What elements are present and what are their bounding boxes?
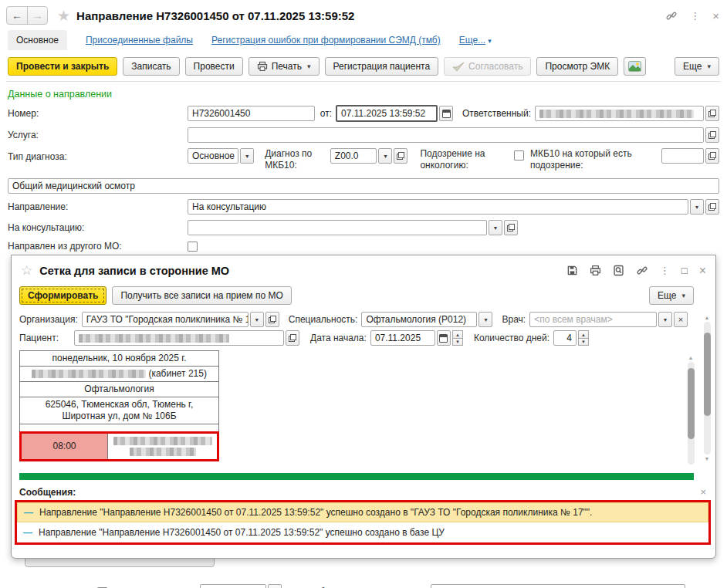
favorite-star-outline-icon[interactable]: ☆ (21, 262, 32, 279)
diagnosis-type-dropdown-button[interactable]: ▾ (240, 148, 254, 164)
chevron-down-icon: ▾ (664, 316, 667, 323)
tab-semd-errors[interactable]: Регистрация ошибок при формировании СЭМД… (211, 35, 441, 46)
doctor-label: Врач: (502, 314, 526, 325)
date-calendar-button[interactable] (439, 106, 453, 121)
patient-open-button[interactable] (286, 330, 299, 346)
notify-date-calendar-button[interactable] (268, 584, 282, 588)
other-mo-checkbox[interactable] (188, 242, 198, 252)
patient-registration-button[interactable]: Регистрация пациента (325, 57, 439, 76)
dialog-more-button[interactable]: Еще▾ (649, 286, 694, 305)
toolbar-more-button[interactable]: Еще▾ (675, 57, 719, 76)
selected-slot[interactable]: 08:00 (19, 431, 219, 461)
window-close-icon[interactable]: × (712, 9, 719, 22)
organization-open-button[interactable] (265, 312, 279, 327)
dialog-close-icon[interactable]: × (699, 264, 706, 278)
chevron-down-icon: ▾ (307, 63, 311, 70)
diagnosis-type-select[interactable]: Основное (188, 148, 238, 164)
chevron-down-icon: ▾ (695, 204, 698, 211)
specialty-dropdown-button[interactable]: ▾ (478, 312, 492, 327)
dialog-scrollbar[interactable]: ▲ ▼ (702, 313, 712, 463)
mkb10-select[interactable]: Z00.0 (330, 148, 377, 164)
save-button[interactable]: Записать (123, 57, 179, 76)
notify-date-input[interactable]: . . (200, 584, 266, 588)
messages-panel: — Направление "Направление Н7326001450 о… (15, 500, 711, 545)
get-link-icon[interactable] (636, 265, 648, 276)
more-menu-icon[interactable]: ⋮ (690, 10, 700, 22)
image-button[interactable] (624, 57, 646, 76)
view-emk-button[interactable]: Просмотр ЭМК (536, 57, 618, 76)
direction-open-button[interactable] (705, 199, 719, 215)
specialty-select[interactable]: Офтальмология (Р012) (361, 312, 477, 327)
date-input[interactable]: 07.11.2025 13:59:52 (336, 105, 438, 122)
direction-dropdown-button[interactable]: ▾ (690, 199, 704, 215)
number-label: Номер: (8, 108, 188, 119)
responsible-input[interactable] (535, 106, 704, 121)
scroll-down-icon[interactable]: ▼ (705, 455, 710, 463)
tab-more[interactable]: Еще...▾ (459, 35, 492, 46)
slot-patient-cell (108, 434, 217, 459)
row-direction: Направление: На консультацию ▾ (8, 199, 719, 215)
post-button[interactable]: Провести (185, 57, 243, 76)
service-input[interactable] (188, 127, 704, 143)
main-toolbar: Провести и закрыть Записать Провести Печ… (0, 52, 727, 81)
page-title: Направление Н7326001450 от 07.11.2025 13… (76, 9, 665, 22)
slot-time-cell[interactable]: 08:00 (22, 434, 108, 459)
diagnosis-text-input[interactable]: Общий медицинский осмотр (8, 178, 719, 194)
redacted-text (32, 370, 146, 378)
favorite-star-icon[interactable]: ★ (57, 7, 70, 25)
start-date-input[interactable]: 07.11.2025 (370, 330, 435, 346)
redacted-text (79, 334, 229, 343)
preview-icon[interactable] (613, 265, 624, 276)
clear-icon: × (678, 315, 683, 324)
direction-select[interactable]: На консультацию (188, 199, 688, 215)
patient-input[interactable] (74, 330, 284, 346)
schedule-address-cell: 625046, Тюменская обл, Тюмень г, Широтна… (20, 397, 218, 424)
doctor-select[interactable]: <по всем врачам> (529, 312, 657, 327)
message-item[interactable]: — Направление "Направление Н7326001450 о… (17, 522, 708, 542)
start-date-stepper[interactable]: ▲ ▼ (452, 330, 463, 346)
doctor-clear-button[interactable]: × (674, 312, 688, 327)
back-button[interactable]: ← (7, 7, 27, 24)
save-settings-icon[interactable] (566, 265, 578, 276)
print-icon[interactable] (590, 265, 601, 276)
forward-icon: → (32, 9, 43, 22)
get-link-icon[interactable] (665, 10, 678, 22)
commit-and-close-button[interactable]: Провести и закрыть (8, 57, 117, 76)
mkb10-open-button[interactable] (394, 148, 407, 164)
mkb10-suspect-open-button[interactable] (705, 148, 719, 164)
responsible-label: Ответственный: (462, 108, 531, 119)
start-date-calendar-button[interactable] (437, 330, 451, 346)
print-button[interactable]: Печать ▾ (249, 57, 320, 76)
table-scrollbar[interactable]: ▲ (686, 353, 695, 465)
oncology-checkbox[interactable] (514, 150, 524, 161)
open-icon (708, 203, 716, 211)
notify-method-input[interactable] (431, 584, 685, 588)
step-up-icon: ▲ (578, 330, 589, 338)
tab-attached-files[interactable]: Присоединенные файлы (86, 35, 193, 46)
responsible-open-button[interactable] (705, 106, 719, 121)
get-all-appointments-button[interactable]: Получить все записи на прием по МО (112, 286, 291, 305)
service-open-button[interactable] (705, 127, 719, 143)
days-count-input[interactable]: 4 (553, 330, 577, 346)
mkb10-suspect-input[interactable] (661, 148, 704, 164)
calendar-icon (442, 110, 451, 118)
maximize-icon[interactable]: □ (681, 265, 688, 276)
number-input[interactable]: Н7326001450 (188, 106, 315, 121)
tab-main[interactable]: Основное (8, 30, 67, 50)
doctor-dropdown-button[interactable]: ▾ (658, 312, 672, 327)
message-item[interactable]: — Направление "Направление Н7326001450 о… (17, 502, 708, 522)
scroll-up-icon[interactable]: ▲ (705, 313, 710, 322)
organization-dropdown-button[interactable]: ▾ (250, 312, 264, 327)
organization-select[interactable]: ГАУЗ ТО "Городская поликлиника № 17" (82, 312, 249, 327)
scroll-up-icon[interactable]: ▲ (688, 353, 694, 362)
printer-icon (257, 61, 268, 72)
forward-button[interactable]: → (27, 7, 47, 24)
consultation-select[interactable] (188, 220, 487, 235)
more-menu-icon[interactable]: ⋮ (660, 265, 670, 276)
days-count-stepper[interactable]: ▲ ▼ (578, 330, 589, 346)
messages-close-icon[interactable]: × (700, 486, 706, 498)
consultation-dropdown-button[interactable]: ▾ (489, 220, 502, 235)
consultation-open-button[interactable] (504, 220, 518, 235)
mkb10-dropdown-button[interactable]: ▾ (378, 148, 392, 164)
generate-button[interactable]: Сформировать (19, 286, 107, 305)
